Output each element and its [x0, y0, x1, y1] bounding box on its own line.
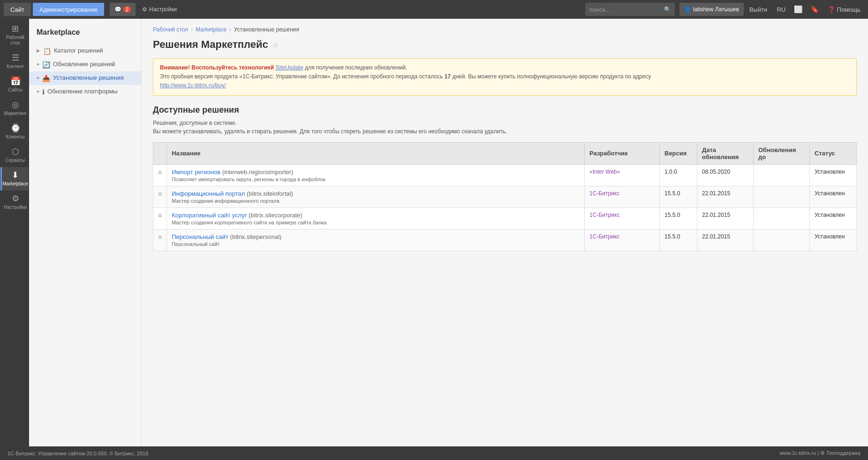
update-solutions-label: Обновление решений — [53, 61, 115, 69]
alert-buy-line: http://www.1c-bitrix.ru/buy/ — [160, 81, 850, 90]
row-status-0: Установлен — [810, 164, 857, 186]
search-input[interactable] — [589, 6, 664, 13]
developer-link-2[interactable]: 1С-Битрикс — [589, 212, 619, 218]
sidenav-item-marketing[interactable]: ◎ Маркетинг — [0, 97, 29, 120]
settings-nav-icon: ⚙ — [12, 194, 19, 203]
topbar: Сайт Администрирование 💬 2 ⚙ Настройки 🔍… — [0, 0, 868, 19]
row-dev-3: 1С-Битрикс — [585, 229, 660, 251]
sites-icon: 📅 — [10, 77, 21, 85]
solution-name-link-3[interactable]: Персональный сайт (bitrix.sitepersonal) — [172, 233, 281, 240]
row-name-0: Импорт регионов (interweb.regionsimporte… — [167, 164, 585, 186]
row-updates-until-0 — [754, 164, 810, 186]
sidenav-item-marketplace[interactable]: ⬇ Marketplace — [0, 167, 29, 191]
sidenav-item-services[interactable]: ⬡ Сервисы — [0, 144, 29, 167]
row-name-1: Информационный портал (bitrix.siteinfort… — [167, 186, 585, 207]
row-version-0: 1.0.0 — [660, 164, 697, 186]
sidenav-item-settings[interactable]: ⚙ Настройки — [0, 191, 29, 214]
user-icon: 👤 — [684, 6, 691, 13]
services-icon: ⬡ — [12, 147, 19, 156]
content-icon: ☰ — [12, 54, 19, 62]
buy-link[interactable]: http://www.1c-bitrix.ru/buy/ — [160, 82, 226, 89]
bullet-icon2: ● — [37, 61, 39, 67]
notifications-button[interactable]: 💬 2 — [110, 3, 136, 16]
secondary-sidebar: Marketplace ▶ 📋 Каталог решений ● 🔄 Обно… — [29, 19, 142, 446]
sidebar2-item-update-platform[interactable]: ● ℹ Обновление платформы — [29, 85, 141, 99]
logout-button[interactable]: Выйти — [746, 3, 771, 16]
sidenav-item-dashboard[interactable]: ⊞ Рабочий стол — [0, 21, 29, 50]
solutions-table: Название Разработчик Версия Дата обновле… — [153, 142, 857, 251]
installed-label: Установленные решения — [53, 74, 124, 82]
main-wrapper: ⊞ Рабочий стол ☰ Контент 📅 Сайты ◎ Марке… — [0, 19, 868, 446]
topbar-settings-button[interactable]: ⚙ Настройки — [137, 3, 181, 16]
solution-name-link-2[interactable]: Корпоративный сайт услуг (bitrix.sitecor… — [172, 212, 302, 219]
solution-desc-3: Персональный сайт — [172, 241, 580, 247]
settings-label: Настройки — [149, 6, 177, 13]
sidebar2-item-update-solutions[interactable]: ● 🔄 Обновление решений — [29, 58, 141, 71]
breadcrumb-desktop[interactable]: Рабочий стол — [153, 26, 188, 33]
hamburger-icon-2[interactable]: ≡ — [158, 212, 162, 219]
catalog-icon: 📋 — [43, 47, 51, 55]
footer: 1С-Битрикс: Управление сайтом 20.0.650. … — [0, 446, 868, 460]
platform-icon: ℹ — [42, 88, 45, 96]
table-header-row: Название Разработчик Версия Дата обновле… — [153, 142, 857, 164]
sidebar2-item-catalog[interactable]: ▶ 📋 Каталог решений — [29, 44, 141, 58]
section-desc: Решения, доступные в системе. Вы можете … — [153, 119, 857, 136]
row-status-1: Установлен — [810, 186, 857, 207]
sidenav-item-content[interactable]: ☰ Контент — [0, 50, 29, 73]
catalog-label: Каталог решений — [54, 47, 103, 55]
favorite-icon[interactable]: ☆ — [272, 40, 279, 49]
row-update-date-2: 22.01.2015 — [697, 207, 754, 229]
language-button[interactable]: RU — [773, 3, 789, 16]
row-name-3: Персональный сайт (bitrix.sitepersonal) … — [167, 229, 585, 251]
footer-copyright: 1С-Битрикс: Управление сайтом 20.0.650. … — [8, 451, 148, 456]
breadcrumb-current: Установленные решения — [234, 26, 299, 33]
content-area: Рабочий стол › Marketplace › Установленн… — [142, 19, 868, 446]
row-update-date-1: 22.01.2015 — [697, 186, 754, 207]
developer-link-1[interactable]: 1С-Битрикс — [589, 190, 619, 197]
footer-sep: | ⚙ — [817, 450, 826, 456]
row-updates-until-3 — [754, 229, 810, 251]
col-header-update-date: Дата обновления — [697, 142, 754, 164]
site-button[interactable]: Сайт — [4, 3, 31, 16]
breadcrumb-marketplace[interactable]: Marketplace — [196, 26, 226, 33]
footer-support-link[interactable]: Техподдержка — [826, 450, 860, 456]
solution-desc-0: Позволяет импортировать округи, регионы … — [172, 176, 580, 182]
footer-site-link[interactable]: www.1c-bitrix.ru — [779, 450, 816, 456]
sidenav-settings-label: Настройки — [4, 205, 27, 210]
hamburger-icon-0[interactable]: ≡ — [158, 169, 162, 176]
alert-box: Внимание! Воспользуйтесь технологией Sit… — [153, 58, 857, 96]
breadcrumb: Рабочий стол › Marketplace › Установленн… — [153, 26, 857, 33]
table-row: ≡ Корпоративный сайт услуг (bitrix.sitec… — [153, 207, 857, 229]
col-header-developer: Разработчик — [585, 142, 660, 164]
marketing-icon: ◎ — [12, 100, 19, 109]
solution-name-link-1[interactable]: Информационный портал (bitrix.siteinfort… — [172, 190, 293, 197]
footer-right: www.1c-bitrix.ru | ⚙ Техподдержка — [779, 450, 860, 456]
bookmark-button[interactable]: 🔖 — [808, 3, 822, 16]
user-menu-button[interactable]: 👤 latishew Латышев — [679, 3, 744, 16]
developer-link-3[interactable]: 1С-Битрикс — [589, 233, 619, 240]
bullet-icon4: ● — [37, 89, 39, 94]
solution-name-link-0[interactable]: Импорт регионов (interweb.regionsimporte… — [172, 169, 293, 176]
col-header-updates-until: Обновления до — [754, 142, 810, 164]
sidenav-item-clients[interactable]: ⌚ Клиенты — [0, 120, 29, 144]
sidenav-item-sites[interactable]: 📅 Сайты — [0, 73, 29, 97]
hamburger-icon-3[interactable]: ≡ — [158, 233, 162, 241]
search-icon: 🔍 — [664, 6, 671, 13]
table-row: ≡ Информационный портал (bitrix.siteinfo… — [153, 186, 857, 207]
breadcrumb-sep1: › — [191, 26, 193, 33]
solution-desc-2: Мастер создания корпоративного сайта на … — [172, 220, 580, 225]
developer-link-0[interactable]: «Inter Web» — [589, 169, 620, 175]
screen-button[interactable]: ⬜ — [791, 3, 806, 16]
sidebar2-item-installed[interactable]: ● 📥 Установленные решения — [29, 71, 141, 85]
row-name-2: Корпоративный сайт услуг (bitrix.sitecor… — [167, 207, 585, 229]
hamburger-icon-1[interactable]: ≡ — [158, 190, 162, 198]
help-button[interactable]: ❓ Помощь — [824, 3, 864, 16]
bullet-icon3: ● — [37, 75, 39, 80]
admin-button[interactable]: Администрирование — [33, 3, 104, 16]
help-label: Помощь — [837, 6, 860, 13]
row-version-2: 15.5.0 — [660, 207, 697, 229]
search-container: 🔍 — [585, 3, 675, 16]
sidenav-marketing-label: Маркетинг — [4, 111, 27, 116]
siteupdate-link[interactable]: SiteUpdate — [276, 64, 303, 71]
row-menu-1: ≡ — [153, 186, 167, 207]
